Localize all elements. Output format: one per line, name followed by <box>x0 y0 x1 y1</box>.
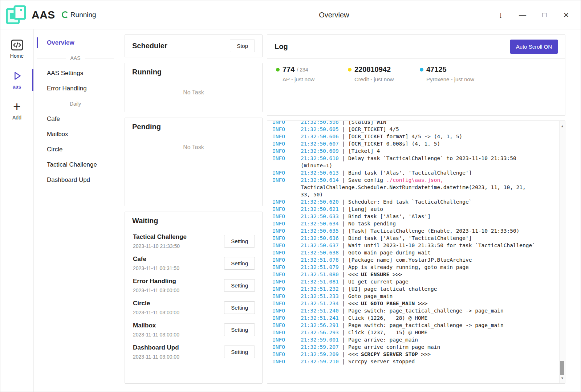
log-time: 21:32:51.241 <box>301 315 339 321</box>
waiting-task-info: Mailbox2023-11-11 03:00:00 <box>133 322 179 338</box>
auto-scroll-button[interactable]: Auto Scroll ON <box>510 40 558 54</box>
log-text: [OCR_TICKET] 4/5 <box>348 126 399 132</box>
sidebar-item-circle[interactable]: Circle <box>34 142 120 157</box>
maximize-icon[interactable]: □ <box>540 11 549 18</box>
sidebar-item-overview[interactable]: Overview <box>34 35 120 50</box>
log-separator: | <box>339 228 348 234</box>
main-content: Scheduler Stop Running No Task Pending N… <box>120 29 581 392</box>
log-separator: | <box>339 221 348 226</box>
log-message: 21:32:59.210 | Scrcpy server stopped <box>301 358 549 365</box>
sidebar-group-label: Daily <box>70 101 81 107</box>
log-separator: | <box>339 301 348 306</box>
log-text: [Package_name] com.YostarJP.BlueArchive <box>348 257 472 263</box>
waiting-task-info: Circle2023-11-11 03:00:00 <box>133 300 179 315</box>
log-line: INFO21:32:59.210 | Scrcpy server stopped <box>272 358 549 365</box>
scrollbar-thumb[interactable] <box>560 361 564 375</box>
log-message: 21:32:50.607 | [OCR_TICKET 0.008s] (4, 1… <box>301 140 549 147</box>
setting-button[interactable]: Setting <box>224 235 255 248</box>
waiting-task-name: Circle <box>133 300 179 307</box>
stat-value: 47125 <box>426 65 447 74</box>
sidebar-item-mailbox[interactable]: Mailbox <box>34 127 120 142</box>
log-separator: | <box>339 235 348 241</box>
waiting-task-time: 2023-11-10 21:33:50 <box>133 243 187 249</box>
setting-button[interactable]: Setting <box>224 323 255 336</box>
log-separator: | <box>339 271 348 277</box>
rail-item-home[interactable]: Home <box>0 37 33 62</box>
log-message: 21:32:50.638 | Goto main page during wai… <box>301 249 549 256</box>
log-time: 21:32:50.633 <box>301 213 339 219</box>
log-separator: | <box>339 199 348 205</box>
sidebar-item-dashboard-upd[interactable]: Dashboard Upd <box>34 172 120 188</box>
close-icon[interactable]: × <box>562 10 570 20</box>
running-spinner-icon <box>62 11 69 18</box>
setting-button[interactable]: Setting <box>224 279 255 292</box>
running-card: Running No Task <box>125 63 263 112</box>
log-separator: | <box>339 359 348 364</box>
waiting-task-name: Dashboard Upd <box>133 344 179 351</box>
waiting-header: Waiting <box>125 212 262 230</box>
sidebar-item-tactical-challenge[interactable]: Tactical Challenge <box>34 157 120 172</box>
log-separator: | <box>339 121 348 125</box>
log-time: 21:32:51.233 <box>301 293 339 299</box>
log-separator: | <box>339 344 348 350</box>
log-time: 21:32:51.080 <box>301 271 339 277</box>
scheduler-header: Scheduler Stop <box>125 35 262 57</box>
log-separator: | <box>339 141 348 147</box>
log-text: <<< UI GOTO PAGE_MAIN >>> <box>348 301 427 306</box>
log-time: 21:32:50.605 <box>301 126 339 132</box>
log-time: 21:32:51.240 <box>301 308 339 314</box>
log-time: 21:32:51.234 <box>301 301 339 306</box>
log-message: 21:32:59.001 | Page arrive: page_main <box>301 336 549 343</box>
log-time: 21:32:50.634 <box>301 221 339 226</box>
log-time: 21:32:56.293 <box>301 330 339 335</box>
setting-button[interactable]: Setting <box>224 301 255 314</box>
log-separator: | <box>339 293 348 299</box>
stat-value: 220810942 <box>354 65 391 74</box>
log-level: INFO <box>272 285 301 293</box>
log-level: INFO <box>272 242 301 249</box>
titlebar-left: AAS Running <box>5 5 96 25</box>
log-level: INFO <box>272 220 301 227</box>
sidebar-item-error-handling[interactable]: Error Handling <box>34 81 120 96</box>
log-level: INFO <box>272 307 301 314</box>
stat-dot-icon <box>276 68 280 72</box>
log-level: INFO <box>272 256 301 264</box>
log-time: 21:32:51.078 <box>301 257 339 263</box>
log-text: [OCR_TICKET format] 4/5 -> (4, 1, 5) <box>348 134 462 139</box>
stat-value-row: 774/ 234 <box>276 65 348 74</box>
update-download-icon[interactable]: ↓ <box>496 11 505 19</box>
log-view[interactable]: INFO21:32:50.598 | [Status] WININFO21:32… <box>267 121 565 384</box>
log-message: 21:32:51.081 | UI get current page <box>301 278 549 285</box>
setting-button[interactable]: Setting <box>224 257 255 270</box>
log-level: INFO <box>272 126 301 133</box>
waiting-task-row: Tactical Challenge2023-11-10 21:33:50Set… <box>125 230 262 252</box>
log-separator: | <box>339 134 348 139</box>
log-text: Bind task ['Alas', 'Alas'] <box>348 213 431 219</box>
scroll-down-icon[interactable]: ▼ <box>560 375 565 382</box>
log-level: INFO <box>272 147 301 155</box>
scroll-up-icon[interactable]: ▲ <box>560 122 565 130</box>
stat-label: AP - just now <box>283 76 348 82</box>
sidebar-item-cafe[interactable]: Cafe <box>34 111 120 127</box>
scheduler-title: Scheduler <box>132 42 167 50</box>
stop-button[interactable]: Stop <box>230 40 255 52</box>
sidebar-item-aas-settings[interactable]: AAS Settings <box>34 66 120 81</box>
waiting-card: Waiting Tactical Challenge2023-11-10 21:… <box>125 212 263 384</box>
log-line: INFO21:32:50.598 | [Status] WIN <box>272 121 549 126</box>
plus-icon: + <box>13 101 21 112</box>
log-text: Bind task ['Alas', 'TacticalChallenge'] <box>348 170 472 176</box>
rail-item-add[interactable]: + Add <box>0 98 33 123</box>
waiting-task-time: 2023-11-11 03:00:00 <box>133 354 179 360</box>
rail-item-aas[interactable]: aas <box>0 68 33 93</box>
log-scrollbar[interactable]: ▲ ▼ <box>559 121 565 383</box>
log-time: 21:32:50.606 <box>301 134 339 139</box>
waiting-task-info: Error Handling2023-11-11 03:00:00 <box>133 278 179 293</box>
log-time: 21:32:51.232 <box>301 286 339 292</box>
setting-button[interactable]: Setting <box>224 346 255 358</box>
log-level: INFO <box>272 234 301 242</box>
waiting-task-time: 2023-11-11 03:00:00 <box>133 310 179 315</box>
waiting-task-time: 2023-11-11 00:31:50 <box>133 265 179 271</box>
log-line: INFO21:32:50.620 | Scheduler: End task `… <box>272 198 549 205</box>
minimize-icon[interactable]: — <box>518 11 527 19</box>
waiting-task-row: Dashboard Upd2023-11-11 03:00:00Setting <box>125 341 262 363</box>
